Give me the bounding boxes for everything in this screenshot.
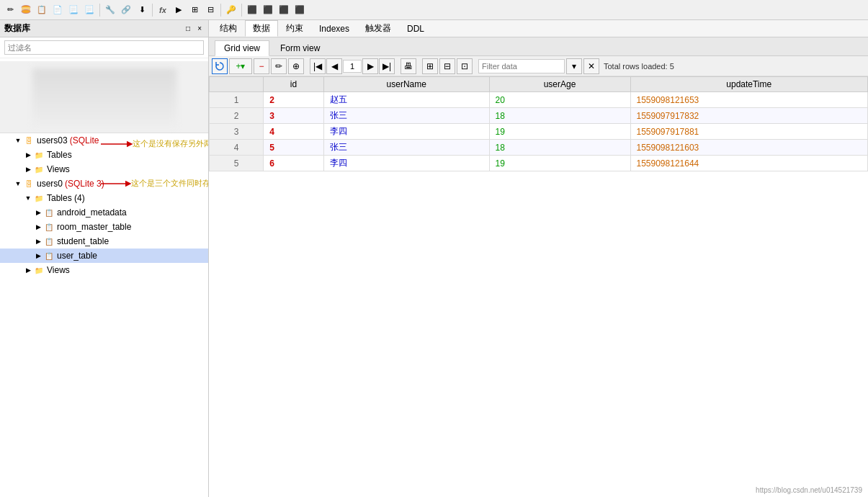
- toolbar-icon-grid4[interactable]: ⬛: [261, 3, 275, 17]
- filter-bar: [0, 37, 208, 58]
- refresh-btn[interactable]: [212, 58, 228, 74]
- cell-id: 5: [264, 140, 324, 156]
- table-row[interactable]: 56李四191559098121644: [210, 156, 868, 171]
- toolbar-icon-arrow[interactable]: ⬇: [135, 3, 149, 17]
- toolbar-icon-grid3[interactable]: ⬛: [245, 3, 259, 17]
- right-panel: 结构 数据 约束 Indexes 触发器 DDL Grid view Form …: [209, 20, 868, 497]
- duplicate-btn[interactable]: ⊕: [288, 58, 304, 74]
- view-tab-bar: Grid view Form view: [209, 37, 868, 56]
- extra-btn1[interactable]: ⊞: [422, 58, 438, 74]
- tab-form-view[interactable]: Form view: [271, 40, 329, 55]
- grid-toolbar: +▾ − ✏ ⊕ |◀ ◀ ▶ ▶| 🖶 ⊞ ⊟ ⊡: [209, 56, 868, 76]
- table-icon-student: 📋: [43, 236, 55, 247]
- sep1: [99, 4, 100, 17]
- filter-data-input[interactable]: [478, 59, 565, 73]
- table-body: 12赵五20155909812165323张三18155909791783234…: [210, 92, 868, 171]
- table-row[interactable]: 45张三181559098121603: [210, 140, 868, 156]
- table-user[interactable]: ▶ 📋 user_table: [0, 248, 208, 263]
- extra-btn3[interactable]: ⊡: [457, 58, 473, 74]
- toolbar-icon-table[interactable]: 📋: [35, 3, 49, 17]
- table-icon-room-master: 📋: [43, 221, 55, 233]
- sep3: [220, 4, 221, 17]
- next-page-btn[interactable]: ▶: [362, 58, 378, 74]
- add-row-btn[interactable]: +▾: [229, 58, 252, 74]
- delete-row-btn[interactable]: −: [254, 58, 269, 74]
- extra-btn2[interactable]: ⊟: [439, 58, 455, 74]
- cell-userage: 19: [489, 124, 630, 140]
- toolbar-icon-grid2[interactable]: ⊟: [203, 3, 218, 17]
- folder-tables-users03[interactable]: ▶ 📁 Tables: [0, 148, 208, 162]
- table-room-master[interactable]: ▶ 📋 room_master_table: [0, 220, 208, 234]
- cell-updatetime: 1559098121653: [630, 92, 868, 108]
- col-header-id[interactable]: id: [264, 77, 324, 92]
- cell-updatetime: 1559097917832: [630, 108, 868, 124]
- folder-tables-users0[interactable]: ▼ 📁 Tables (4): [0, 191, 208, 205]
- db-placeholder: [0, 61, 208, 133]
- toolbar-icon-grid6[interactable]: ⬛: [292, 3, 307, 17]
- table-name-user: user_table: [57, 251, 97, 261]
- last-page-btn[interactable]: ▶|: [379, 58, 395, 74]
- folder-views-users03[interactable]: ▶ 📁 Views: [0, 162, 208, 176]
- toolbar-icon-grid5[interactable]: ⬛: [277, 3, 291, 17]
- tab-grid-view[interactable]: Grid view: [215, 40, 269, 56]
- edit-btn[interactable]: ✏: [271, 58, 287, 74]
- views-folder-icon-users0: 📁: [33, 264, 45, 276]
- cell-rownum: 1: [210, 92, 264, 108]
- toolbar-icon-fx[interactable]: fx: [156, 3, 170, 17]
- folder-views-users0[interactable]: ▶ 📁 Views: [0, 263, 208, 277]
- section-tab-data[interactable]: 数据: [245, 20, 278, 37]
- toolbar-icon-grid1[interactable]: ⊞: [187, 3, 202, 17]
- toolbar-icon-run[interactable]: ▶: [171, 3, 186, 17]
- db-icon-users03: 🗄: [23, 135, 35, 146]
- filter-dropdown-btn[interactable]: ▾: [566, 58, 582, 74]
- svg-point-2: [22, 9, 30, 13]
- toolbar-icon-edit[interactable]: ✏: [3, 3, 17, 17]
- data-table: id userName userAge updateTime 12赵五20155…: [209, 76, 868, 171]
- toolbar-icon-doc3[interactable]: 📃: [82, 3, 97, 17]
- col-header-username[interactable]: userName: [323, 77, 489, 92]
- db-users0[interactable]: ▼ 🗄 users0 (SQLite 3): [0, 176, 208, 191]
- first-page-btn[interactable]: |◀: [310, 58, 326, 74]
- toolbar-icon-db[interactable]: [19, 3, 33, 17]
- expand-arrow-user: ▶: [33, 252, 43, 259]
- toolbar-icon-doc2[interactable]: 📃: [66, 3, 81, 17]
- toolbar-icon-link[interactable]: 🔗: [119, 3, 133, 17]
- section-tab-triggers[interactable]: 触发器: [357, 20, 399, 37]
- table-row[interactable]: 23张三181559097917832: [210, 108, 868, 124]
- sidebar-pin-btn[interactable]: □: [184, 24, 192, 32]
- main-container: 数据库 □ × ▼ 🗄 users03 (SQLite ▶: [0, 20, 868, 497]
- table-row[interactable]: 12赵五201559098121653: [210, 92, 868, 108]
- cell-id: 6: [264, 156, 324, 171]
- tree-area: ▼ 🗄 users03 (SQLite ▶ 📁 Tables ▶ 📁 Views: [0, 58, 208, 497]
- section-tab-ddl[interactable]: DDL: [399, 22, 432, 36]
- col-header-userage[interactable]: userAge: [489, 77, 630, 92]
- table-header-row: id userName userAge updateTime: [210, 77, 868, 92]
- cell-id: 2: [264, 92, 324, 108]
- table-row[interactable]: 34李四191559097917881: [210, 124, 868, 140]
- data-grid[interactable]: id userName userAge updateTime 12赵五20155…: [209, 76, 868, 497]
- sidebar-close-btn[interactable]: ×: [195, 24, 204, 32]
- prev-page-btn[interactable]: ◀: [326, 58, 342, 74]
- cell-rownum: 5: [210, 156, 264, 171]
- toolbar-icon-tool[interactable]: 🔧: [103, 3, 117, 17]
- db-name-users0: users0: [37, 179, 63, 189]
- expand-arrow-views-users0: ▶: [23, 267, 33, 274]
- top-toolbar: ✏ 📋 📄 📃 📃 🔧 🔗 ⬇ fx ▶ ⊞ ⊟ 🔑 ⬛ ⬛ ⬛ ⬛: [0, 0, 868, 20]
- table-name-student: student_table: [57, 236, 109, 246]
- page-num-input[interactable]: [343, 60, 362, 73]
- db-users03[interactable]: ▼ 🗄 users03 (SQLite: [0, 133, 208, 148]
- table-student[interactable]: ▶ 📋 student_table: [0, 234, 208, 248]
- section-tab-constraints[interactable]: 约束: [278, 20, 311, 37]
- cell-id: 3: [264, 108, 324, 124]
- col-header-updatetime[interactable]: updateTime: [630, 77, 868, 92]
- toolbar-icon-doc[interactable]: 📄: [50, 3, 65, 17]
- sep4: [241, 4, 242, 17]
- filter-clear-btn[interactable]: ✕: [583, 58, 599, 74]
- table-android-metadata[interactable]: ▶ 📋 android_metadata: [0, 205, 208, 220]
- section-tab-structure[interactable]: 结构: [212, 20, 245, 37]
- print-btn[interactable]: 🖶: [401, 58, 416, 74]
- section-tab-indexes[interactable]: Indexes: [311, 22, 357, 36]
- cell-updatetime: 1559097917881: [630, 124, 868, 140]
- filter-input[interactable]: [4, 40, 204, 55]
- toolbar-icon-key[interactable]: 🔑: [224, 3, 238, 17]
